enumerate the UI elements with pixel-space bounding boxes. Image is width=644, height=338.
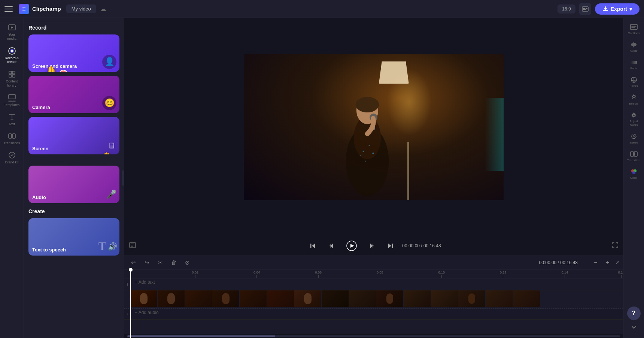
- undo-button[interactable]: ↩: [128, 257, 139, 268]
- adjust-colors-label: Adjustcolors: [629, 120, 638, 127]
- time-display: 00:00.00 / 00:16.48: [402, 243, 441, 248]
- screen-camera-card[interactable]: Screen and camera 👤 🤚 1: [28, 34, 119, 72]
- svg-rect-31: [392, 244, 393, 248]
- video-thumb-10: [376, 290, 403, 307]
- right-sidebar-item-speed[interactable]: Speed: [625, 130, 643, 147]
- filters-label: Filters: [630, 84, 638, 88]
- sidebar-item-transitions[interactable]: Transitions: [1, 130, 22, 147]
- sidebar-label-brand-kit: Brand kit: [5, 160, 19, 164]
- sidebar-item-record-create[interactable]: Record &create: [1, 45, 22, 67]
- skip-back-button[interactable]: [306, 239, 320, 253]
- record-panel: Record Screen and camera 👤 🤚 1 Camera 😊 …: [24, 18, 124, 338]
- svg-rect-10: [12, 71, 15, 74]
- svg-rect-29: [310, 244, 312, 248]
- timeline-scrollbar[interactable]: [124, 334, 623, 338]
- sidebar-label-your-media: Yourmedia: [7, 33, 16, 41]
- transition-label: Transition: [627, 159, 640, 162]
- video-track-label: [124, 290, 130, 308]
- sidebar-item-templates[interactable]: Templates: [1, 91, 22, 109]
- delete-button[interactable]: 🗑: [168, 257, 179, 268]
- right-sidebar-item-transition[interactable]: Transition: [625, 148, 643, 164]
- panel-collapse-button[interactable]: ‹: [122, 170, 124, 185]
- audio-bg: Audio: [28, 166, 119, 203]
- zoom-out-button[interactable]: −: [591, 258, 600, 267]
- right-sidebar-item-fade[interactable]: Fade: [625, 56, 643, 72]
- mic-icon: 🎤: [106, 190, 116, 199]
- right-sidebar-item-effects[interactable]: Effects: [625, 91, 643, 108]
- skip-forward-button[interactable]: [383, 239, 397, 253]
- screen-camera-label: Screen and camera: [32, 63, 77, 69]
- video-thumbnails: [130, 290, 623, 307]
- audio-label: Audio: [32, 194, 46, 200]
- text-to-speech-card[interactable]: Text to speech T 🔊: [28, 218, 119, 256]
- video-thumb-8: [322, 290, 349, 307]
- right-sidebar-item-audio[interactable]: Audio: [625, 39, 643, 55]
- audio-card[interactable]: Audio 🎤: [28, 166, 119, 203]
- redo-button[interactable]: ↪: [142, 257, 152, 268]
- topbar: Clipchamp My video ☁ 16:9 Export ▾: [0, 0, 644, 18]
- zoom-in-button[interactable]: +: [603, 258, 612, 267]
- playhead: [130, 269, 131, 338]
- cloud-save-icon: ☁: [100, 5, 107, 13]
- split-button[interactable]: ⊘: [182, 257, 192, 268]
- right-sidebar-item-adjust-colors[interactable]: Adjustcolors: [625, 109, 643, 129]
- timeline-area: ↩ ↪ ✂ 🗑 ⊘ 00:00.00 / 00:16.48 − + ⤢: [124, 256, 623, 338]
- timeline-time-display: 00:00.00 / 00:16.48: [539, 260, 578, 265]
- video-track-content[interactable]: [130, 290, 623, 308]
- sidebar-item-brand-kit[interactable]: Brand kit: [1, 149, 22, 166]
- audio-track-label: ♪: [124, 309, 130, 319]
- cut-button[interactable]: ✂: [155, 257, 165, 268]
- fullscreen-icon[interactable]: [612, 242, 619, 250]
- help-button[interactable]: ?: [627, 307, 641, 320]
- video-thumb-11: [404, 290, 431, 307]
- camera-card[interactable]: Camera 😊: [28, 76, 119, 113]
- forward-button[interactable]: [365, 239, 378, 253]
- video-title[interactable]: My video: [66, 4, 96, 13]
- sidebar-label-transitions: Transitions: [4, 141, 20, 145]
- sidebar-item-your-media[interactable]: Yourmedia: [1, 21, 22, 43]
- main-layout: Yourmedia Record &create Contentlibrary: [0, 18, 644, 338]
- svg-rect-13: [9, 94, 15, 99]
- sidebar-label-record: Record &create: [5, 56, 19, 64]
- svg-rect-12: [12, 75, 15, 77]
- svg-point-27: [365, 160, 366, 162]
- icon-sidebar: Yourmedia Record &create Contentlibrary: [0, 18, 24, 338]
- add-text-button[interactable]: + Add text: [130, 280, 155, 285]
- right-sidebar-chevron-down[interactable]: [625, 322, 643, 334]
- text-track-content: + Add text: [130, 278, 623, 290]
- add-audio-button[interactable]: + Add audio: [130, 310, 159, 315]
- create-section-title: Create: [28, 208, 119, 214]
- right-sidebar-item-color[interactable]: Color: [625, 166, 643, 182]
- right-sidebar-item-filters[interactable]: Filters: [625, 74, 643, 90]
- speed-label: Speed: [629, 141, 638, 144]
- sidebar-item-text[interactable]: Text: [1, 111, 22, 128]
- svg-point-20: [355, 97, 379, 112]
- screen-bg: Screen: [28, 117, 119, 154]
- record-section-title: Record: [28, 25, 119, 31]
- screen-label: Screen: [32, 146, 48, 151]
- rewind-button[interactable]: [325, 239, 338, 253]
- video-thumb-7: [294, 290, 321, 307]
- sidebar-item-content-library[interactable]: Contentlibrary: [1, 68, 22, 90]
- export-button[interactable]: Export ▾: [595, 3, 640, 15]
- camera-label: Camera: [32, 105, 50, 110]
- video-thumb-9: [349, 290, 376, 307]
- captions-icon[interactable]: [579, 3, 591, 15]
- timeline-tracks: T + Add text: [124, 278, 623, 334]
- app-name: Clipchamp: [32, 6, 61, 12]
- export-chevron: ▾: [629, 6, 632, 12]
- export-label: Export: [611, 6, 627, 12]
- logo-icon: [19, 4, 29, 14]
- menu-icon[interactable]: [4, 4, 15, 14]
- timeline-expand-button[interactable]: ⤢: [615, 260, 619, 265]
- play-button[interactable]: [344, 238, 359, 254]
- svg-rect-15: [12, 134, 15, 138]
- timeline-ruler: 0:02 0:04 0:06: [124, 269, 623, 278]
- text-track-label: T: [124, 278, 130, 290]
- preview-left-icon[interactable]: [129, 241, 136, 251]
- video-thumb-13: [458, 290, 485, 307]
- screen-card[interactable]: Screen 🖥 🤚 2: [28, 117, 119, 154]
- right-sidebar-item-captions[interactable]: Captions: [625, 21, 643, 37]
- aspect-ratio-selector[interactable]: 16:9: [558, 4, 575, 13]
- video-thumb-12: [431, 290, 458, 307]
